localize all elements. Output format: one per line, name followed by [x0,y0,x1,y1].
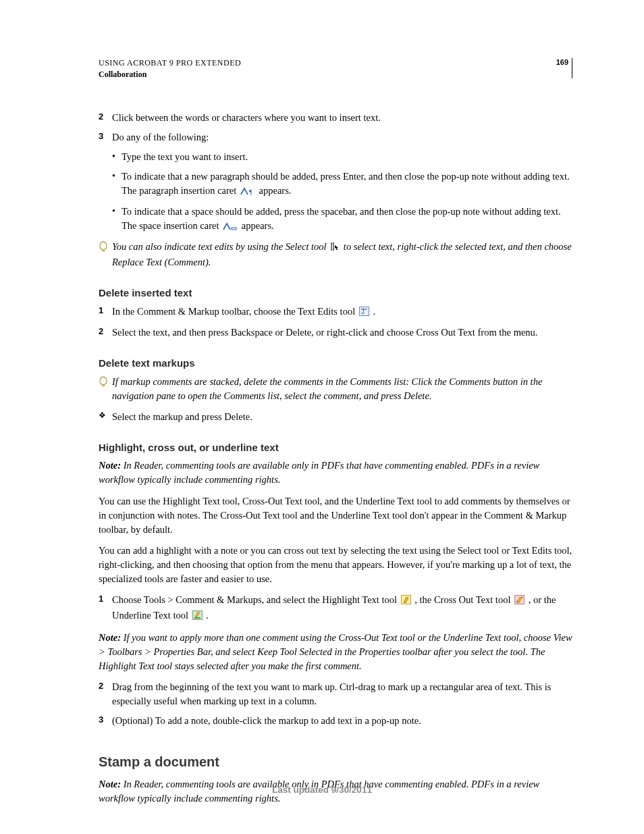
step-marker: 3 [99,714,112,728]
step-marker: 1 [99,593,112,624]
bullet-3: • To indicate that a space should be add… [99,205,572,234]
header-title: USING ACROBAT 9 PRO EXTENDED [99,58,572,68]
tip-select-tool: You can also indicate text edits by usin… [99,240,572,269]
step-marker: 2 [99,680,112,708]
space-insertion-caret-icon [223,220,238,234]
bullet-text: Type the text you want to insert. [122,150,572,164]
step-marker: 2 [99,325,112,340]
step-marker: 1 [99,305,112,320]
highlight-p1: You can use the Highlight Text tool, Cro… [99,494,572,537]
step-3: 3 Do any of the following: [99,130,572,145]
hl-s1d: . [206,610,209,621]
header-subtitle: Collaboration [99,70,572,80]
di-step-2: 2 Select the text, and then press Backsp… [99,325,572,340]
note-lead: Note: [99,460,124,471]
underline-text-tool-icon [192,610,203,624]
di-s1b: . [373,306,375,317]
dm-text: Select the markup and press Delete. [112,410,572,424]
page-header: USING ACROBAT 9 PRO EXTENDED Collaborati… [99,58,572,80]
hl-step-2: 2 Drag from the beginning of the text yo… [99,680,572,708]
bullet-marker: • [112,150,122,164]
svg-rect-1 [232,228,236,230]
step-text: Drag from the beginning of the text you … [112,680,572,708]
footer: Last updated 9/30/2011 [0,785,644,795]
step-marker: 3 [99,130,112,145]
highlight-p2: You can add a highlight with a note or y… [99,544,572,586]
lightbulb-icon [99,375,112,403]
svg-point-2 [100,242,107,250]
step-text: (Optional) To add a note, double-click t… [112,714,572,728]
heading-stamp: Stamp a document [99,752,572,772]
di-step-1: 1 In the Comment & Markup toolbar, choos… [99,305,572,320]
step-2: 2 Click between the words or characters … [99,111,572,125]
bullet-text-b: appears. [259,185,292,196]
select-tool-icon [330,241,340,255]
tip-text-a: You can also indicate text edits by usin… [112,241,329,252]
hl-s1a: Choose Tools > Comment & Markups, and se… [112,594,400,605]
page: USING ACROBAT 9 PRO EXTENDED Collaborati… [0,0,644,834]
highlight-note: Note: In Reader, commenting tools are av… [99,459,572,487]
di-s1a: In the Comment & Markup toolbar, choose … [112,306,358,317]
lightbulb-icon [99,240,112,269]
hl-step-3: 3 (Optional) To add a note, double-click… [99,714,572,728]
step-text: Select the text, and then press Backspac… [112,325,572,340]
note-lead: Note: [99,632,124,643]
step-text: Click between the words or characters wh… [112,111,572,125]
step-marker: 2 [99,111,112,125]
note-body: In Reader, commenting tools are availabl… [99,460,539,485]
bullet-text: To indicate that a space should be added… [122,205,572,234]
bullet-marker: • [112,170,122,199]
tip-text: If markup comments are stacked, delete t… [112,375,572,403]
hl-s1b: , the Cross Out Text tool [414,594,513,605]
step-text: Choose Tools > Comment & Markups, and se… [112,593,572,624]
svg-text:¶: ¶ [249,188,252,195]
bullet-text: To indicate that a new paragraph should … [122,170,572,199]
highlight-note2: Note: If you want to apply more than one… [99,631,572,673]
bullet-1: • Type the text you want to insert. [99,150,572,164]
svg-text:T: T [362,308,365,314]
heading-delete-inserted: Delete inserted text [99,286,572,301]
bullet-marker: • [112,205,122,234]
heading-highlight: Highlight, cross out, or underline text [99,440,572,455]
tip-text: You can also indicate text edits by usin… [112,240,572,269]
bullet-2: • To indicate that a new paragraph shoul… [99,170,572,199]
heading-delete-markups: Delete text markups [99,356,572,371]
svg-point-5 [100,377,107,385]
bullet-text-a: To indicate that a new paragraph should … [122,171,570,196]
hl-step-1: 1 Choose Tools > Comment & Markups, and … [99,593,572,624]
page-number: 169 [556,58,572,66]
crossout-text-tool-icon [514,594,525,608]
dm-item: ❖ Select the markup and press Delete. [99,410,572,424]
diamond-marker: ❖ [99,410,112,424]
step-text: In the Comment & Markup toolbar, choose … [112,305,572,320]
tip-delete-markups: If markup comments are stacked, delete t… [99,375,572,403]
bullet-text-a: To indicate that a space should be added… [122,206,561,231]
text-edits-tool-icon: T [359,306,369,320]
content: 2 Click between the words or characters … [99,111,572,806]
bullet-text-b: appears. [242,220,274,231]
highlight-text-tool-icon [401,594,411,608]
step-text: Do any of the following: [112,130,572,145]
note-body: If you want to apply more than one comme… [99,632,572,671]
paragraph-insertion-caret-icon: ¶ [240,185,255,199]
